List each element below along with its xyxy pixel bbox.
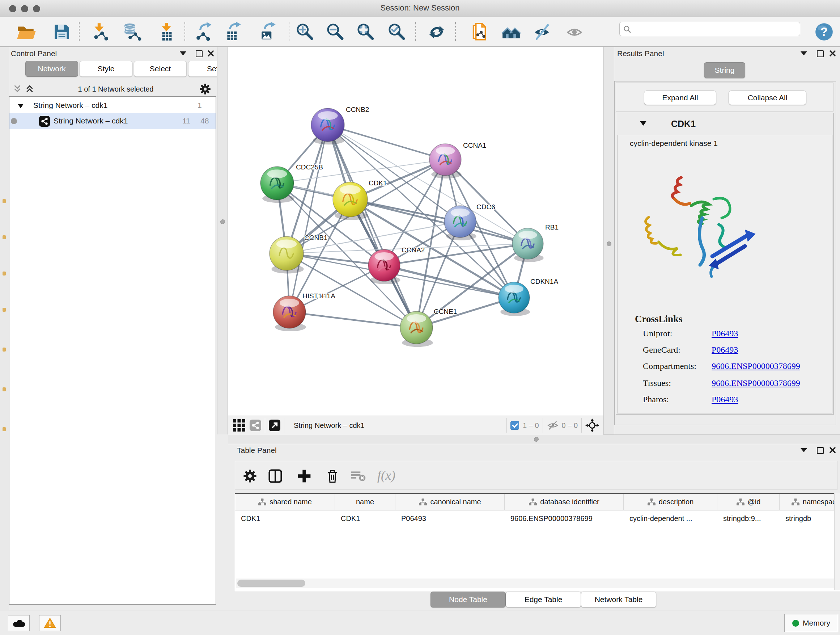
expand-tree-icon[interactable] xyxy=(25,84,34,93)
crosslink-link[interactable]: P06493 xyxy=(712,329,738,339)
node-CCNB1[interactable]: CCNB1 xyxy=(270,234,327,273)
table-cell[interactable]: CDK1 xyxy=(235,510,335,526)
edge-ccnb2-ccna1[interactable] xyxy=(328,125,445,160)
export-table-button[interactable] xyxy=(223,21,245,42)
delete-columns-button[interactable] xyxy=(324,468,341,485)
node-CCNA1[interactable]: CCNA1 xyxy=(429,141,486,179)
tab-node-table[interactable]: Node Table xyxy=(431,592,506,608)
table-cell[interactable]: CDK1 xyxy=(335,510,395,526)
network-row[interactable]: String Network – cdk1 11 48 xyxy=(9,113,216,129)
import-table-button[interactable] xyxy=(156,21,178,42)
import-network-file-button[interactable] xyxy=(88,21,111,42)
node-CDC25B[interactable]: CDC25B xyxy=(261,163,323,203)
node-CCNB2[interactable]: CCNB2 xyxy=(311,106,369,144)
hscroll-thumb[interactable] xyxy=(237,580,305,587)
string-import-document-button[interactable] xyxy=(469,21,491,42)
right-splitter-handle[interactable] xyxy=(607,241,611,246)
tab-style[interactable]: Style xyxy=(80,61,133,77)
collection-expander-icon[interactable] xyxy=(17,103,24,109)
edge-hist1h1a-ccne1[interactable] xyxy=(289,312,416,328)
move-tool-icon[interactable] xyxy=(585,418,599,432)
table-cell[interactable]: cyclin-dependent ... xyxy=(624,510,717,526)
open-session-button[interactable] xyxy=(14,21,37,42)
zoom-fit-button[interactable] xyxy=(355,21,377,42)
node-CDKN1A[interactable]: CDKN1A xyxy=(499,278,558,316)
network-graph[interactable]: CCNB2CCNA1CDC25BCDK1CDC6RB1CCNB1CCNA2CDK… xyxy=(228,47,603,416)
table-row[interactable]: CDK1CDK1P064939606.ENSP00000378699cyclin… xyxy=(235,510,840,526)
bottom-splitter-handle[interactable] xyxy=(534,437,538,442)
show-graphics-details-button[interactable] xyxy=(564,21,586,42)
results-panel-close-button[interactable] xyxy=(829,50,836,57)
network-options-gear-button[interactable] xyxy=(199,83,211,95)
zoom-out-button[interactable] xyxy=(324,21,347,42)
results-panel-menu-button[interactable] xyxy=(801,51,807,55)
results-panel-float-button[interactable] xyxy=(817,50,824,57)
column-header-shared-name[interactable]: shared name xyxy=(235,494,335,510)
import-network-database-button[interactable] xyxy=(121,21,143,42)
crosslink-link[interactable]: P06493 xyxy=(712,345,738,355)
left-splitter[interactable] xyxy=(217,47,228,434)
memory-button[interactable]: Memory xyxy=(784,614,838,632)
expand-all-button[interactable]: Expand All xyxy=(644,90,716,105)
crosslink-link[interactable]: 9606.ENSP00000378699 xyxy=(712,361,800,371)
string-home-button[interactable] xyxy=(500,21,523,42)
table-cell[interactable]: stringdb xyxy=(780,510,840,526)
control-panel-close-button[interactable] xyxy=(207,50,214,57)
export-image-button[interactable] xyxy=(257,21,280,42)
show-columns-button[interactable] xyxy=(267,468,284,485)
left-splitter-handle[interactable] xyxy=(220,219,225,224)
column-header-name[interactable]: name xyxy=(335,494,395,510)
cloud-button[interactable] xyxy=(8,615,30,631)
control-panel-float-button[interactable] xyxy=(196,50,202,57)
tab-network-table[interactable]: Network Table xyxy=(581,592,656,608)
warnings-button[interactable] xyxy=(39,615,61,631)
column-header-namespace[interactable]: namespace xyxy=(780,494,840,510)
tab-network[interactable]: Network xyxy=(25,61,78,77)
graphics-details-toggle-icon[interactable] xyxy=(249,420,261,431)
tab-select[interactable]: Select xyxy=(134,61,187,77)
function-builder-button[interactable]: f(x) xyxy=(377,468,395,483)
grid-view-icon[interactable] xyxy=(233,419,245,432)
selected-checkbox-icon[interactable] xyxy=(510,421,519,430)
create-column-button[interactable] xyxy=(296,468,313,485)
detach-view-icon[interactable] xyxy=(269,420,280,431)
bottom-splitter[interactable] xyxy=(228,434,840,444)
node-CDC6[interactable]: CDC6 xyxy=(444,203,495,241)
column-header-@id[interactable]: @id xyxy=(717,494,780,510)
collapse-tree-icon[interactable] xyxy=(13,84,22,93)
table-options-gear-button[interactable] xyxy=(242,468,258,485)
node-RB1[interactable]: RB1 xyxy=(512,223,559,262)
table-hscrollbar[interactable] xyxy=(236,578,835,588)
table-vscrollbar[interactable] xyxy=(834,493,840,590)
table-panel-close-button[interactable] xyxy=(829,447,836,454)
crosslink-link[interactable]: P06493 xyxy=(712,394,738,404)
network-collection-row[interactable]: String Network – cdk1 1 xyxy=(9,99,216,113)
node-CCNE1[interactable]: CCNE1 xyxy=(400,308,457,347)
collapse-all-button[interactable]: Collapse All xyxy=(729,90,806,105)
edge-ccnb2-ccne1[interactable] xyxy=(328,125,416,328)
delete-table-button[interactable] xyxy=(350,468,367,485)
table-panel-menu-button[interactable] xyxy=(801,448,807,452)
tab-string[interactable]: String xyxy=(704,62,745,78)
crosslink-link[interactable]: 9606.ENSP00000378699 xyxy=(712,378,800,388)
toolbar-search-input[interactable] xyxy=(619,22,800,36)
hide-graphics-details-button[interactable] xyxy=(531,21,554,42)
right-splitter[interactable] xyxy=(603,47,614,434)
column-header-database-identifier[interactable]: database identifier xyxy=(505,494,624,510)
table-cell[interactable]: 9606.ENSP00000378699 xyxy=(505,510,624,526)
help-button[interactable]: ? xyxy=(813,21,835,42)
table-panel-float-button[interactable] xyxy=(817,447,824,454)
apply-layout-button[interactable] xyxy=(425,21,448,42)
table-cell[interactable]: stringdb:9... xyxy=(717,510,780,526)
tab-edge-table[interactable]: Edge Table xyxy=(506,592,581,608)
table-cell[interactable]: P06493 xyxy=(395,510,505,526)
column-header-description[interactable]: description xyxy=(624,494,717,510)
node-table[interactable]: shared namenamecanonical namedatabase id… xyxy=(235,493,840,591)
zoom-selected-button[interactable] xyxy=(386,21,408,42)
node-HIST1H1A[interactable]: HIST1H1A xyxy=(273,292,335,331)
save-session-button[interactable] xyxy=(51,21,73,42)
protein-expander-icon[interactable] xyxy=(639,120,647,127)
zoom-in-button[interactable] xyxy=(294,21,316,42)
export-network-button[interactable] xyxy=(194,21,216,42)
control-panel-menu-button[interactable] xyxy=(180,51,186,55)
